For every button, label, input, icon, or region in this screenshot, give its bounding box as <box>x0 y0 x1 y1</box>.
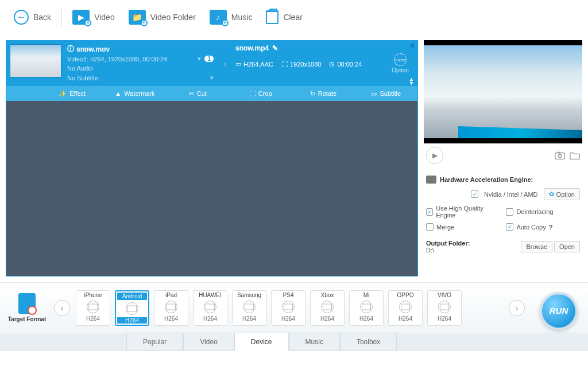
rotate-button[interactable]: ↻ Rotate <box>292 86 354 101</box>
target-format-icon <box>18 293 36 314</box>
video-folder-label: Video Folder <box>150 13 196 22</box>
preview-image <box>424 45 582 138</box>
autocopy-checkbox[interactable]: Auto Copy ? <box>506 221 580 233</box>
svg-rect-0 <box>555 153 564 159</box>
format-prev-button[interactable]: ‹ <box>54 300 70 316</box>
track-badge: 1 <box>204 56 214 62</box>
hq-engine-checkbox[interactable]: Use High Quality Engine <box>426 202 500 221</box>
merge-checkbox[interactable]: Merge <box>426 221 500 233</box>
audio-track-select[interactable]: No Audio <box>67 64 214 73</box>
edit-toolbar: ✨ Effect ▲ Watermark ✂ Cut ⛶ Crop ↻ Rota… <box>6 86 417 101</box>
gear-icon: ✿ <box>549 190 554 198</box>
format-samsung[interactable]: SamsungH264 <box>232 290 266 326</box>
format-android[interactable]: AndroidH264 <box>115 290 149 326</box>
tab-video[interactable]: Video <box>183 333 234 351</box>
category-tabs: Popular Video Device Music Toolbox <box>0 333 588 351</box>
edit-name-icon[interactable]: ✎ <box>272 44 278 52</box>
music-label: Music <box>231 13 253 22</box>
cut-button[interactable]: ✂ Cut <box>167 86 229 101</box>
output-folder-label: Output Folder: <box>426 240 470 247</box>
format-ps4[interactable]: PS4H264 <box>271 290 305 326</box>
hw-accel-title: Hardware Acceleration Engine: <box>440 176 533 183</box>
format-mi[interactable]: MiH264 <box>349 290 384 326</box>
effect-button[interactable]: ✨ Effect <box>41 86 103 101</box>
back-button[interactable]: ← Back <box>7 10 58 25</box>
back-label: Back <box>33 13 51 22</box>
add-video-folder-button[interactable]: 📁+ Video Folder <box>122 10 203 25</box>
resolution-info: ⛶ 1920x1080 <box>281 61 321 68</box>
tab-device[interactable]: Device <box>234 333 289 351</box>
back-arrow-icon: ← <box>14 10 29 25</box>
subtitle-status: No Subtitle <box>67 75 98 81</box>
preview-panel: ▶ Hardware Acceleration Engine: Nvidia /… <box>424 40 582 276</box>
file-item[interactable]: ✕ ▲▼ ⓘ snow.mov Video1: h264, 1920x1080,… <box>6 41 417 101</box>
add-music-button[interactable]: ♪+ Music <box>203 10 260 25</box>
format-oppo[interactable]: OPPOH264 <box>388 290 423 326</box>
gear-icon: codec <box>394 53 407 66</box>
target-format-label: Target Format <box>6 316 48 322</box>
audio-status: No Audio <box>67 65 93 72</box>
convert-arrow-icon: › <box>219 44 231 83</box>
subtitle-track-select[interactable]: No Subtitle▾ <box>67 73 214 83</box>
snapshot-icon[interactable] <box>555 151 565 160</box>
watermark-button[interactable]: ▲ Watermark <box>103 86 166 101</box>
format-iphone[interactable]: iPhoneH264 <box>76 290 110 326</box>
trash-icon <box>266 10 278 24</box>
format-list: iPhoneH264 AndroidH264 iPadH264 HUAWEIH2… <box>76 290 503 326</box>
format-ipad[interactable]: iPadH264 <box>154 290 188 326</box>
nvidia-label: Nvidia / Intel / AMD <box>484 191 538 198</box>
play-button[interactable]: ▶ <box>426 147 443 164</box>
close-icon[interactable]: ✕ <box>409 42 415 50</box>
video-icon: ▶+ <box>72 10 90 25</box>
music-icon: ♪+ <box>210 10 227 25</box>
deinterlace-checkbox[interactable]: Deinterlacing <box>506 202 580 221</box>
clear-label: Clear <box>283 13 302 22</box>
subtitle-button[interactable]: ▭ Subtitle <box>355 86 417 101</box>
svg-point-1 <box>558 154 561 157</box>
crop-button[interactable]: ⛶ Crop <box>229 86 292 101</box>
open-folder-icon[interactable] <box>570 151 580 160</box>
preview-controls: ▶ <box>424 143 582 168</box>
folder-icon: 📁+ <box>129 10 146 25</box>
main-toolbar: ← Back ▶+ Video 📁+ Video Folder ♪+ Music… <box>0 0 588 34</box>
codec-info: ▭ H264,AAC <box>235 60 273 68</box>
add-video-button[interactable]: ▶+ Video <box>65 10 122 25</box>
settings-panel: Hardware Acceleration Engine: Nvidia / I… <box>424 168 582 259</box>
video-preview <box>424 40 582 143</box>
chip-icon <box>426 176 436 184</box>
video-label: Video <box>94 13 115 22</box>
duration-info: ◷ 00:00:24 <box>329 60 362 68</box>
tab-popular[interactable]: Popular <box>126 333 183 351</box>
reorder-arrows[interactable]: ▲▼ <box>409 77 414 85</box>
run-button[interactable]: RUN <box>540 292 578 330</box>
hw-option-button[interactable]: ✿ Option <box>544 188 580 200</box>
format-huawei[interactable]: HUAWEIH264 <box>193 290 227 326</box>
toolbar-separator <box>61 8 62 26</box>
tab-toolbox[interactable]: Toolbox <box>340 333 397 351</box>
main-area: ✕ ▲▼ ⓘ snow.mov Video1: h264, 1920x1080,… <box>0 34 588 282</box>
input-filename: snow.mov <box>76 45 110 53</box>
output-folder-path: D:\ <box>426 247 470 254</box>
video-track-info: Video1: h264, 1920x1080, 00:00:24 <box>67 56 167 63</box>
nvidia-checkbox[interactable] <box>471 190 478 198</box>
tab-music[interactable]: Music <box>289 333 340 351</box>
browse-button[interactable]: Browse <box>521 241 552 252</box>
output-filename: snow.mp4 <box>235 44 269 52</box>
open-button[interactable]: Open <box>554 241 580 252</box>
format-xbox[interactable]: XboxH264 <box>310 290 345 326</box>
clear-button[interactable]: Clear <box>259 10 309 24</box>
format-strip: Target Format ‹ iPhoneH264 AndroidH264 i… <box>0 282 588 333</box>
target-format-indicator: Target Format <box>6 293 48 322</box>
format-vivo[interactable]: VIVOH264 <box>427 290 462 326</box>
info-icon: ⓘ <box>67 44 74 54</box>
video-track-select[interactable]: Video1: h264, 1920x1080, 00:00:24 ▾ 1 <box>67 54 214 64</box>
video-thumbnail <box>10 44 61 77</box>
file-list-panel: ✕ ▲▼ ⓘ snow.mov Video1: h264, 1920x1080,… <box>6 40 418 276</box>
svg-rect-2 <box>558 152 560 154</box>
option-label: Option <box>392 67 408 73</box>
format-next-button[interactable]: › <box>509 300 525 316</box>
